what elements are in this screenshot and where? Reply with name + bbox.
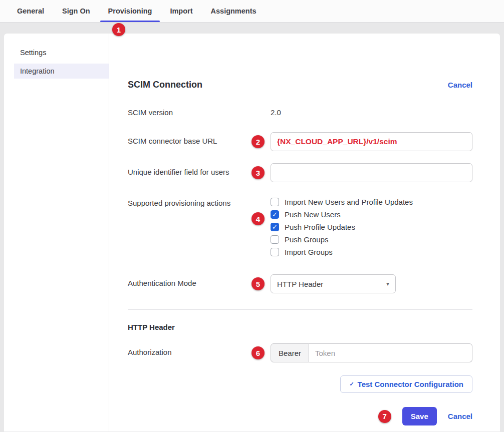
scim-version-row: SCIM version 2.0	[128, 108, 472, 117]
provisioning-actions-list: Import New Users and Profile Updates Pus…	[271, 194, 472, 260]
authorization-input-group: Bearer	[271, 343, 472, 362]
check-icon: ✓	[349, 381, 354, 387]
checkbox[interactable]	[271, 223, 279, 231]
sidebar-item-integration[interactable]: Integration	[14, 64, 109, 79]
scim-base-url-input[interactable]	[271, 132, 472, 151]
provisioning-actions-label: Supported provisioning actions	[128, 194, 271, 207]
step-badge-3: 3	[251, 166, 265, 179]
step-badge-6: 6	[251, 346, 265, 359]
checkbox-row-push-groups[interactable]: Push Groups	[271, 235, 472, 244]
tab-import[interactable]: Import	[161, 0, 201, 22]
auth-mode-select[interactable]: HTTP Header ▾	[271, 274, 396, 293]
http-header-section-title: HTTP Header	[128, 323, 472, 331]
base-url-row: SCIM connector base URL 2	[128, 132, 472, 151]
tab-provisioning[interactable]: Provisioning	[99, 0, 161, 22]
authorization-row: Authorization 6 Bearer	[128, 343, 472, 362]
tab-sign-on[interactable]: Sign On	[53, 0, 99, 22]
auth-mode-label: Authentication Mode	[128, 274, 271, 287]
step-badge-1: 1	[112, 23, 125, 36]
page-title: SCIM Connection	[128, 80, 202, 90]
test-connector-button[interactable]: ✓ Test Connector Configuration	[340, 375, 472, 393]
tab-assignments[interactable]: Assignments	[202, 0, 266, 22]
checkbox-row-push-profile-updates[interactable]: Push Profile Updates	[271, 223, 472, 231]
checkbox-label: Push New Users	[285, 210, 341, 219]
tab-general[interactable]: General	[8, 0, 53, 22]
token-input[interactable]	[309, 343, 472, 362]
cancel-link-top[interactable]: Cancel	[448, 81, 472, 89]
authorization-label: Authorization	[128, 343, 271, 356]
auth-mode-value: HTTP Header	[277, 280, 323, 288]
cancel-button-bottom[interactable]: Cancel	[448, 412, 472, 420]
provisioning-actions-row: Supported provisioning actions 4 Import …	[128, 194, 472, 260]
checkbox[interactable]	[271, 198, 279, 206]
chevron-down-icon: ▾	[386, 280, 389, 287]
checkbox-label: Push Profile Updates	[285, 223, 355, 231]
checkbox[interactable]	[271, 235, 279, 244]
checkbox-label: Import Groups	[285, 248, 333, 256]
checkbox[interactable]	[271, 248, 279, 256]
scim-connection-form: SCIM Connection Cancel SCIM version 2.0 …	[109, 34, 500, 431]
checkbox-label: Push Groups	[285, 235, 329, 244]
auth-mode-row: Authentication Mode 5 HTTP Header ▾	[128, 274, 472, 293]
unique-identifier-label: Unique identifier field for users	[128, 163, 271, 176]
settings-sidebar: Settings Integration	[4, 34, 109, 431]
checkbox[interactable]	[271, 210, 279, 219]
save-button[interactable]: Save	[402, 407, 437, 425]
section-divider	[128, 309, 472, 310]
step-badge-4: 4	[251, 212, 265, 225]
step-badge-7: 7	[378, 410, 391, 423]
scim-version-value: 2.0	[271, 108, 281, 117]
save-row: 7 Save Cancel	[128, 407, 472, 425]
test-connector-label: Test Connector Configuration	[358, 380, 463, 388]
sidebar-header: Settings	[4, 49, 109, 64]
app-tab-bar: General Sign On Provisioning Import Assi…	[0, 0, 504, 23]
scim-version-label: SCIM version	[128, 108, 271, 117]
unique-identifier-input[interactable]	[271, 163, 472, 182]
test-connector-row: ✓ Test Connector Configuration	[128, 375, 472, 393]
base-url-label: SCIM connector base URL	[128, 132, 271, 145]
step-badge-2: 2	[251, 135, 265, 148]
checkbox-row-import-groups[interactable]: Import Groups	[271, 248, 472, 256]
checkbox-row-push-new-users[interactable]: Push New Users	[271, 210, 472, 219]
step-badge-5: 5	[251, 277, 265, 290]
unique-identifier-row: Unique identifier field for users 3	[128, 163, 472, 182]
checkbox-row-import-users[interactable]: Import New Users and Profile Updates	[271, 198, 472, 206]
provisioning-panel: Settings Integration SCIM Connection Can…	[4, 34, 500, 431]
checkbox-label: Import New Users and Profile Updates	[285, 198, 413, 206]
bearer-prefix: Bearer	[271, 343, 309, 362]
section-header: SCIM Connection Cancel	[128, 80, 472, 90]
